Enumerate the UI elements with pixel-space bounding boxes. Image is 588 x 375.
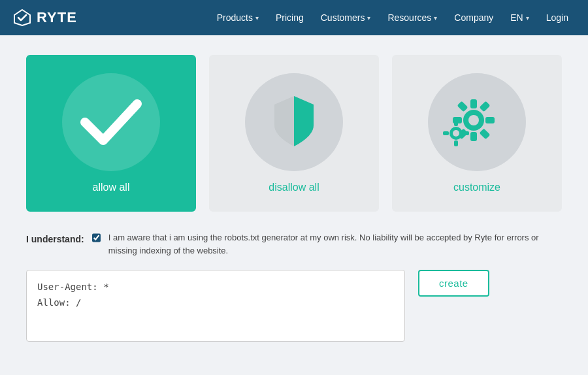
svg-point-2 (468, 115, 479, 125)
customize-icon-circle (428, 73, 526, 171)
card-disallow-all[interactable]: disallow all (209, 55, 379, 212)
card-allow-all[interactable]: allow all (26, 55, 196, 212)
output-row: User-Agent: * Allow: / create (26, 270, 562, 342)
nav-language[interactable]: EN ▾ (504, 8, 535, 27)
nav-login[interactable]: Login (540, 8, 575, 27)
cards-row: allow all disallow all (26, 55, 562, 212)
shield-icon (268, 93, 320, 152)
disclaimer-text: I am aware that i am using the robots.tx… (108, 231, 562, 257)
svg-point-12 (453, 130, 459, 137)
nav-customers[interactable]: Customers ▾ (314, 8, 378, 27)
checkmark-icon (78, 96, 144, 148)
allow-all-icon-circle (62, 73, 160, 171)
svg-rect-5 (485, 117, 495, 123)
svg-rect-14 (454, 140, 458, 146)
svg-marker-0 (14, 10, 30, 25)
logo-icon (13, 8, 31, 27)
svg-rect-16 (443, 131, 449, 135)
disclaimer-row: I understand: I am aware that i am using… (26, 231, 562, 257)
nav: Products ▾ Pricing Customers ▾ Resources… (210, 8, 575, 27)
create-button[interactable]: create (418, 270, 489, 297)
svg-rect-3 (470, 99, 477, 108)
svg-rect-7 (480, 101, 491, 112)
disclaimer-checkbox[interactable] (92, 233, 101, 242)
card-customize-label: customize (453, 182, 500, 193)
chevron-down-icon: ▾ (367, 14, 370, 22)
chevron-down-icon: ▾ (434, 14, 437, 22)
header: RYTE Products ▾ Pricing Customers ▾ Reso… (0, 0, 588, 35)
output-textarea[interactable]: User-Agent: * Allow: / (26, 270, 405, 342)
chevron-down-icon: ▾ (526, 14, 529, 22)
card-customize[interactable]: customize (392, 55, 562, 212)
nav-products[interactable]: Products ▾ (210, 8, 265, 27)
logo-text: RYTE (37, 9, 77, 26)
svg-rect-4 (470, 132, 477, 141)
card-allow-all-label: allow all (93, 182, 130, 193)
nav-resources[interactable]: Resources ▾ (381, 8, 444, 27)
svg-rect-9 (480, 129, 491, 140)
nav-company[interactable]: Company (448, 8, 500, 27)
svg-rect-13 (454, 120, 458, 126)
disallow-all-icon-circle (245, 73, 343, 171)
gear-icon (438, 86, 516, 158)
card-disallow-all-label: disallow all (269, 182, 319, 193)
svg-rect-15 (463, 131, 469, 135)
chevron-down-icon: ▾ (255, 14, 259, 22)
disclaimer-label: I understand: (26, 231, 84, 246)
logo[interactable]: RYTE (13, 8, 77, 27)
main-content: allow all disallow all (0, 35, 588, 361)
nav-pricing[interactable]: Pricing (269, 8, 310, 27)
svg-rect-8 (457, 101, 468, 112)
